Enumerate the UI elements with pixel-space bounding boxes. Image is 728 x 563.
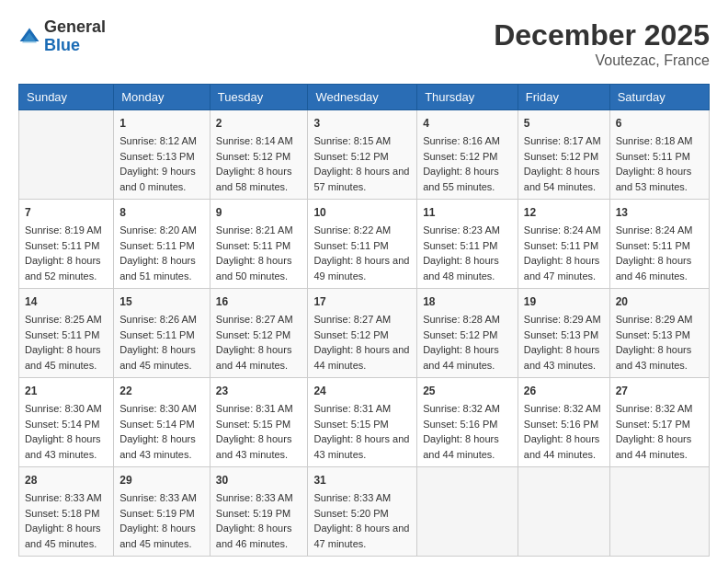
calendar-cell: 31Sunrise: 8:33 AMSunset: 5:20 PMDayligh… [308, 467, 417, 557]
sunrise-text: Sunrise: 8:32 AM [616, 401, 703, 417]
sunset-text: Sunset: 5:19 PM [216, 506, 302, 522]
sunrise-text: Sunrise: 8:31 AM [216, 401, 302, 417]
calendar-cell: 12Sunrise: 8:24 AMSunset: 5:11 PMDayligh… [518, 200, 609, 289]
calendar-body: 1Sunrise: 8:12 AMSunset: 5:13 PMDaylight… [19, 110, 710, 557]
sunset-text: Sunset: 5:13 PM [616, 327, 703, 343]
daylight-text: Daylight: 8 hours and 44 minutes. [524, 431, 604, 462]
sunset-text: Sunset: 5:15 PM [216, 417, 302, 432]
calendar-cell: 22Sunrise: 8:30 AMSunset: 5:14 PMDayligh… [114, 378, 210, 467]
sunrise-text: Sunrise: 8:33 AM [216, 490, 302, 506]
sunrise-text: Sunrise: 8:16 AM [423, 133, 512, 149]
daylight-text: Daylight: 8 hours and 50 minutes. [216, 253, 302, 283]
sunset-text: Sunset: 5:12 PM [524, 149, 604, 165]
calendar-cell: 14Sunrise: 8:25 AMSunset: 5:11 PMDayligh… [19, 289, 114, 378]
sunrise-text: Sunrise: 8:28 AM [423, 312, 512, 327]
calendar-cell: 16Sunrise: 8:27 AMSunset: 5:12 PMDayligh… [210, 289, 308, 378]
sunrise-text: Sunrise: 8:32 AM [524, 401, 604, 417]
sunrise-text: Sunrise: 8:30 AM [119, 401, 204, 417]
sunset-text: Sunset: 5:11 PM [216, 238, 302, 254]
day-number: 16 [216, 293, 302, 310]
sunset-text: Sunset: 5:12 PM [423, 149, 512, 165]
sunrise-text: Sunrise: 8:29 AM [524, 312, 604, 327]
sunset-text: Sunset: 5:12 PM [216, 327, 302, 343]
calendar-week-row: 21Sunrise: 8:30 AMSunset: 5:14 PMDayligh… [19, 378, 710, 467]
sunset-text: Sunset: 5:12 PM [423, 327, 512, 343]
header-day: Sunday [19, 85, 114, 110]
daylight-text: Daylight: 8 hours and 44 minutes. [423, 342, 512, 373]
calendar-cell: 2Sunrise: 8:14 AMSunset: 5:12 PMDaylight… [210, 110, 308, 200]
logo-general: General [44, 18, 106, 37]
title-section: December 2025 Voutezac, France [494, 18, 710, 69]
daylight-text: Daylight: 8 hours and 43 minutes. [313, 431, 411, 462]
calendar-cell: 9Sunrise: 8:21 AMSunset: 5:11 PMDaylight… [210, 200, 308, 289]
calendar-cell: 18Sunrise: 8:28 AMSunset: 5:12 PMDayligh… [417, 289, 518, 378]
sunset-text: Sunset: 5:15 PM [313, 417, 411, 432]
daylight-text: Daylight: 8 hours and 58 minutes. [216, 164, 302, 194]
sunset-text: Sunset: 5:11 PM [616, 149, 703, 165]
sunrise-text: Sunrise: 8:30 AM [25, 401, 108, 417]
daylight-text: Daylight: 8 hours and 48 minutes. [423, 253, 512, 283]
day-number: 28 [25, 472, 108, 488]
header-day: Wednesday [308, 85, 417, 110]
day-number: 21 [25, 383, 108, 399]
calendar-table: SundayMondayTuesdayWednesdayThursdayFrid… [18, 84, 710, 557]
calendar-cell [417, 467, 518, 557]
calendar-cell: 23Sunrise: 8:31 AMSunset: 5:15 PMDayligh… [210, 378, 308, 467]
calendar-week-row: 1Sunrise: 8:12 AMSunset: 5:13 PMDaylight… [19, 110, 710, 200]
day-number: 3 [313, 115, 411, 132]
day-number: 17 [313, 293, 411, 310]
sunrise-text: Sunrise: 8:22 AM [313, 223, 411, 238]
header-day: Tuesday [210, 85, 308, 110]
calendar-cell: 7Sunrise: 8:19 AMSunset: 5:11 PMDaylight… [19, 200, 114, 289]
calendar-cell: 6Sunrise: 8:18 AMSunset: 5:11 PMDaylight… [609, 110, 709, 200]
sunset-text: Sunset: 5:12 PM [313, 327, 411, 343]
day-number: 23 [216, 383, 302, 399]
day-number: 14 [25, 293, 108, 310]
calendar-cell: 29Sunrise: 8:33 AMSunset: 5:19 PMDayligh… [114, 467, 210, 557]
day-number: 22 [119, 383, 204, 399]
page-header: General Blue December 2025 Voutezac, Fra… [18, 18, 710, 69]
calendar-cell: 11Sunrise: 8:23 AMSunset: 5:11 PMDayligh… [417, 200, 518, 289]
logo-text: General Blue [44, 18, 106, 55]
sunrise-text: Sunrise: 8:18 AM [616, 133, 703, 149]
day-number: 4 [423, 115, 512, 132]
daylight-text: Daylight: 8 hours and 55 minutes. [423, 164, 512, 194]
sunrise-text: Sunrise: 8:26 AM [119, 312, 204, 327]
sunrise-text: Sunrise: 8:12 AM [119, 133, 204, 149]
daylight-text: Daylight: 8 hours and 46 minutes. [616, 253, 703, 283]
sunrise-text: Sunrise: 8:27 AM [216, 312, 302, 327]
daylight-text: Daylight: 8 hours and 45 minutes. [119, 521, 204, 551]
sunrise-text: Sunrise: 8:17 AM [524, 133, 604, 149]
sunset-text: Sunset: 5:11 PM [313, 238, 411, 254]
day-number: 11 [423, 204, 512, 221]
sunrise-text: Sunrise: 8:15 AM [313, 133, 411, 149]
day-number: 20 [616, 293, 703, 310]
day-number: 27 [616, 383, 703, 399]
header-day: Thursday [417, 85, 518, 110]
calendar-cell: 28Sunrise: 8:33 AMSunset: 5:18 PMDayligh… [19, 467, 114, 557]
day-number: 30 [216, 472, 302, 488]
daylight-text: Daylight: 8 hours and 47 minutes. [524, 253, 604, 283]
day-number: 5 [524, 115, 604, 132]
sunrise-text: Sunrise: 8:32 AM [423, 401, 512, 417]
calendar-cell: 27Sunrise: 8:32 AMSunset: 5:17 PMDayligh… [609, 378, 709, 467]
daylight-text: Daylight: 8 hours and 54 minutes. [524, 164, 604, 194]
daylight-text: Daylight: 8 hours and 46 minutes. [216, 521, 302, 551]
calendar-cell: 17Sunrise: 8:27 AMSunset: 5:12 PMDayligh… [308, 289, 417, 378]
header-day: Monday [114, 85, 210, 110]
daylight-text: Daylight: 8 hours and 49 minutes. [313, 253, 411, 283]
daylight-text: Daylight: 8 hours and 44 minutes. [216, 342, 302, 373]
sunset-text: Sunset: 5:11 PM [25, 327, 108, 343]
sunrise-text: Sunrise: 8:33 AM [313, 490, 411, 506]
sunrise-text: Sunrise: 8:31 AM [313, 401, 411, 417]
day-number: 9 [216, 204, 302, 221]
calendar-cell: 13Sunrise: 8:24 AMSunset: 5:11 PMDayligh… [609, 200, 709, 289]
sunset-text: Sunset: 5:17 PM [616, 417, 703, 432]
day-number: 12 [524, 204, 604, 221]
calendar-cell [609, 467, 709, 557]
sunrise-text: Sunrise: 8:24 AM [524, 223, 604, 238]
calendar-cell: 19Sunrise: 8:29 AMSunset: 5:13 PMDayligh… [518, 289, 609, 378]
sunset-text: Sunset: 5:16 PM [524, 417, 604, 432]
day-number: 7 [25, 204, 108, 221]
daylight-text: Daylight: 8 hours and 53 minutes. [616, 164, 703, 194]
